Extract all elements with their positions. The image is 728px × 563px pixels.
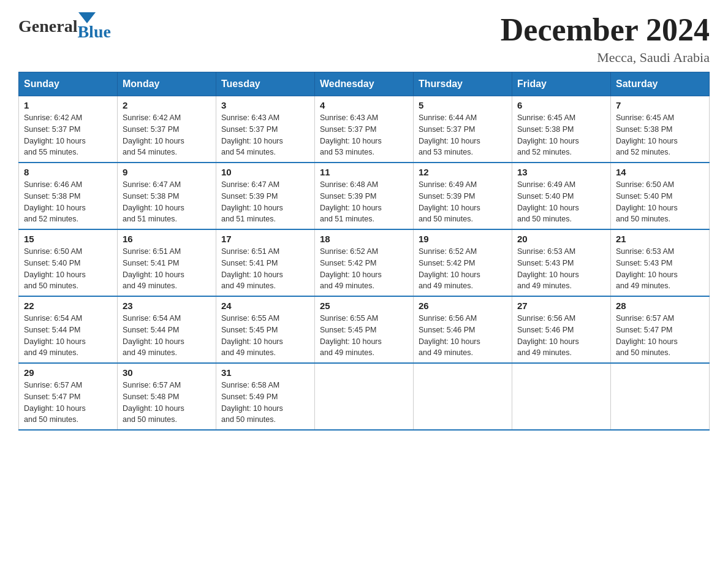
calendar-cell: 9 Sunrise: 6:47 AMSunset: 5:38 PMDayligh… (118, 163, 216, 229)
logo: General Blue (18, 12, 111, 40)
calendar-cell: 4 Sunrise: 6:43 AMSunset: 5:37 PMDayligh… (315, 96, 414, 163)
day-info: Sunrise: 6:57 AMSunset: 5:48 PMDaylight:… (123, 381, 184, 424)
page-header: General Blue December 2024 Mecca, Saudi … (18, 12, 710, 66)
page-subtitle: Mecca, Saudi Arabia (501, 50, 710, 66)
day-info: Sunrise: 6:50 AMSunset: 5:40 PMDaylight:… (24, 247, 86, 290)
calendar-header-row: SundayMondayTuesdayWednesdayThursdayFrid… (19, 72, 710, 96)
day-number: 24 (221, 301, 309, 311)
day-info: Sunrise: 6:54 AMSunset: 5:44 PMDaylight:… (24, 314, 86, 357)
calendar-cell: 18 Sunrise: 6:52 AMSunset: 5:42 PMDaylig… (315, 229, 414, 296)
calendar-cell: 5 Sunrise: 6:44 AMSunset: 5:37 PMDayligh… (414, 96, 512, 163)
calendar-cell: 17 Sunrise: 6:51 AMSunset: 5:41 PMDaylig… (216, 229, 315, 296)
day-info: Sunrise: 6:56 AMSunset: 5:46 PMDaylight:… (517, 314, 579, 357)
day-info: Sunrise: 6:49 AMSunset: 5:40 PMDaylight:… (517, 180, 579, 223)
day-number: 5 (419, 100, 507, 110)
calendar-cell (414, 363, 512, 430)
header-friday: Friday (512, 72, 611, 96)
day-info: Sunrise: 6:45 AMSunset: 5:38 PMDaylight:… (517, 113, 579, 156)
header-monday: Monday (118, 72, 216, 96)
day-number: 20 (517, 234, 605, 244)
header-tuesday: Tuesday (216, 72, 315, 96)
page-title: December 2024 (501, 12, 710, 47)
day-number: 3 (221, 100, 309, 110)
calendar-cell: 23 Sunrise: 6:54 AMSunset: 5:44 PMDaylig… (118, 296, 216, 363)
day-number: 23 (123, 301, 211, 311)
day-info: Sunrise: 6:50 AMSunset: 5:40 PMDaylight:… (616, 180, 678, 223)
calendar-cell: 1 Sunrise: 6:42 AMSunset: 5:37 PMDayligh… (19, 96, 118, 163)
calendar-cell (611, 363, 710, 430)
day-number: 17 (221, 234, 309, 244)
day-number: 1 (24, 100, 112, 110)
header-saturday: Saturday (611, 72, 710, 96)
day-number: 15 (24, 234, 112, 244)
calendar-week-row: 29 Sunrise: 6:57 AMSunset: 5:47 PMDaylig… (19, 363, 710, 430)
calendar-cell: 16 Sunrise: 6:51 AMSunset: 5:41 PMDaylig… (118, 229, 216, 296)
header-wednesday: Wednesday (315, 72, 414, 96)
calendar-table: SundayMondayTuesdayWednesdayThursdayFrid… (18, 72, 710, 431)
day-number: 7 (616, 100, 704, 110)
day-info: Sunrise: 6:51 AMSunset: 5:41 PMDaylight:… (221, 247, 283, 290)
day-number: 22 (24, 301, 112, 311)
calendar-cell: 15 Sunrise: 6:50 AMSunset: 5:40 PMDaylig… (19, 229, 118, 296)
calendar-cell: 8 Sunrise: 6:46 AMSunset: 5:38 PMDayligh… (19, 163, 118, 229)
calendar-week-row: 15 Sunrise: 6:50 AMSunset: 5:40 PMDaylig… (19, 229, 710, 296)
calendar-week-row: 1 Sunrise: 6:42 AMSunset: 5:37 PMDayligh… (19, 96, 710, 163)
calendar-cell: 14 Sunrise: 6:50 AMSunset: 5:40 PMDaylig… (611, 163, 710, 229)
calendar-cell: 27 Sunrise: 6:56 AMSunset: 5:46 PMDaylig… (512, 296, 611, 363)
calendar-cell (315, 363, 414, 430)
calendar-cell: 11 Sunrise: 6:48 AMSunset: 5:39 PMDaylig… (315, 163, 414, 229)
calendar-cell: 6 Sunrise: 6:45 AMSunset: 5:38 PMDayligh… (512, 96, 611, 163)
day-number: 31 (221, 367, 309, 378)
calendar-cell: 7 Sunrise: 6:45 AMSunset: 5:38 PMDayligh… (611, 96, 710, 163)
day-info: Sunrise: 6:53 AMSunset: 5:43 PMDaylight:… (616, 247, 678, 290)
day-info: Sunrise: 6:42 AMSunset: 5:37 PMDaylight:… (24, 113, 86, 156)
day-number: 21 (616, 234, 704, 244)
day-info: Sunrise: 6:46 AMSunset: 5:38 PMDaylight:… (24, 180, 86, 223)
day-info: Sunrise: 6:57 AMSunset: 5:47 PMDaylight:… (24, 381, 86, 424)
day-number: 13 (517, 167, 605, 177)
logo-blue-text: Blue (77, 23, 110, 40)
calendar-cell: 28 Sunrise: 6:57 AMSunset: 5:47 PMDaylig… (611, 296, 710, 363)
day-info: Sunrise: 6:43 AMSunset: 5:37 PMDaylight:… (320, 113, 382, 156)
day-info: Sunrise: 6:44 AMSunset: 5:37 PMDaylight:… (419, 113, 480, 156)
day-number: 30 (123, 367, 211, 378)
calendar-cell: 12 Sunrise: 6:49 AMSunset: 5:39 PMDaylig… (414, 163, 512, 229)
day-number: 25 (320, 301, 408, 311)
day-info: Sunrise: 6:48 AMSunset: 5:39 PMDaylight:… (320, 180, 382, 223)
day-number: 9 (123, 167, 211, 177)
day-number: 28 (616, 301, 704, 311)
day-number: 26 (419, 301, 507, 311)
day-info: Sunrise: 6:55 AMSunset: 5:45 PMDaylight:… (320, 314, 382, 357)
day-info: Sunrise: 6:43 AMSunset: 5:37 PMDaylight:… (221, 113, 283, 156)
day-info: Sunrise: 6:53 AMSunset: 5:43 PMDaylight:… (517, 247, 579, 290)
calendar-cell (512, 363, 611, 430)
calendar-cell: 29 Sunrise: 6:57 AMSunset: 5:47 PMDaylig… (19, 363, 118, 430)
day-info: Sunrise: 6:47 AMSunset: 5:38 PMDaylight:… (123, 180, 184, 223)
day-info: Sunrise: 6:52 AMSunset: 5:42 PMDaylight:… (419, 247, 480, 290)
calendar-week-row: 22 Sunrise: 6:54 AMSunset: 5:44 PMDaylig… (19, 296, 710, 363)
day-number: 18 (320, 234, 408, 244)
header-sunday: Sunday (19, 72, 118, 96)
calendar-cell: 2 Sunrise: 6:42 AMSunset: 5:37 PMDayligh… (118, 96, 216, 163)
calendar-week-row: 8 Sunrise: 6:46 AMSunset: 5:38 PMDayligh… (19, 163, 710, 229)
calendar-cell: 21 Sunrise: 6:53 AMSunset: 5:43 PMDaylig… (611, 229, 710, 296)
logo-general-text: General (18, 17, 77, 36)
calendar-cell: 3 Sunrise: 6:43 AMSunset: 5:37 PMDayligh… (216, 96, 315, 163)
day-info: Sunrise: 6:58 AMSunset: 5:49 PMDaylight:… (221, 381, 283, 424)
logo-blue-part: Blue (77, 12, 110, 40)
day-number: 10 (221, 167, 309, 177)
calendar-cell: 22 Sunrise: 6:54 AMSunset: 5:44 PMDaylig… (19, 296, 118, 363)
day-info: Sunrise: 6:57 AMSunset: 5:47 PMDaylight:… (616, 314, 678, 357)
day-info: Sunrise: 6:54 AMSunset: 5:44 PMDaylight:… (123, 314, 184, 357)
calendar-cell: 13 Sunrise: 6:49 AMSunset: 5:40 PMDaylig… (512, 163, 611, 229)
day-number: 6 (517, 100, 605, 110)
day-number: 8 (24, 167, 112, 177)
day-number: 11 (320, 167, 408, 177)
calendar-cell: 20 Sunrise: 6:53 AMSunset: 5:43 PMDaylig… (512, 229, 611, 296)
title-area: December 2024 Mecca, Saudi Arabia (501, 12, 710, 66)
day-number: 27 (517, 301, 605, 311)
day-info: Sunrise: 6:47 AMSunset: 5:39 PMDaylight:… (221, 180, 283, 223)
day-info: Sunrise: 6:51 AMSunset: 5:41 PMDaylight:… (123, 247, 184, 290)
calendar-cell: 25 Sunrise: 6:55 AMSunset: 5:45 PMDaylig… (315, 296, 414, 363)
day-number: 16 (123, 234, 211, 244)
